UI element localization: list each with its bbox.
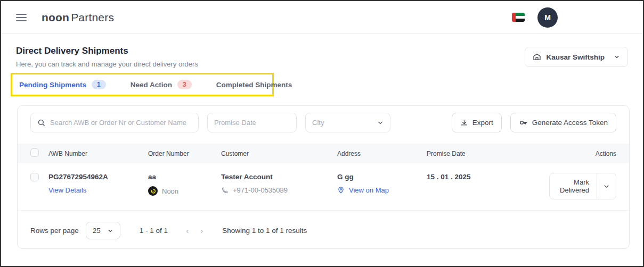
filters-bar: City Export Generate Access Token	[18, 106, 629, 139]
promise-date-value: 15 . 01 . 2025	[426, 173, 548, 181]
chevron-down-icon	[107, 228, 113, 234]
chevron-down-icon	[603, 183, 610, 190]
export-button[interactable]: Export	[452, 113, 502, 132]
mark-delivered-button[interactable]: Mark Delivered	[550, 173, 597, 199]
tab-label: Completed Shipments	[216, 81, 292, 89]
search-box	[30, 113, 199, 132]
results-summary: Showing 1 to 1 of 1 results	[222, 227, 307, 235]
col-address: Address	[336, 150, 426, 157]
export-label: Export	[472, 119, 493, 127]
warehouse-selector[interactable]: Kausar Swiftship	[525, 47, 628, 67]
topbar: noonPartners M	[1, 1, 643, 34]
search-input[interactable]	[50, 119, 192, 127]
rows-per-page-select[interactable]: 25	[86, 222, 120, 239]
order-source: Noon	[162, 187, 178, 195]
customer-phone: +971-00-0535089	[233, 186, 288, 194]
address-text: G gg	[337, 173, 426, 181]
tab-completed-shipments[interactable]: Completed Shipments	[216, 81, 292, 89]
generate-access-token-button[interactable]: Generate Access Token	[510, 113, 616, 132]
city-select[interactable]: City	[305, 113, 390, 132]
brand-noon: noon	[42, 11, 69, 23]
prev-page-button[interactable]: ‹	[186, 226, 189, 235]
promise-date-input[interactable]	[214, 119, 308, 127]
view-on-map-link[interactable]: View on Map	[349, 186, 389, 194]
warehouse-name: Kausar Swiftship	[546, 53, 605, 61]
col-order-number: Order Number	[147, 150, 220, 157]
table-header-row: AWB Number Order Number Customer Address…	[18, 144, 629, 163]
tab-label: Need Action	[131, 81, 172, 89]
awb-number: PG27672954962A	[48, 173, 147, 181]
generate-token-label: Generate Access Token	[532, 119, 608, 127]
tabs-highlight-annotation: Pending Shipments 1 Need Action 3 Comple…	[11, 73, 274, 96]
uae-flag-icon[interactable]	[512, 13, 525, 22]
phone-icon	[221, 187, 229, 194]
page-subtitle: Here, you can track and manage your dire…	[16, 60, 198, 68]
col-customer: Customer	[220, 150, 336, 157]
select-all-checkbox[interactable]	[30, 148, 39, 157]
user-avatar[interactable]: M	[537, 7, 558, 28]
hamburger-menu-icon[interactable]	[16, 14, 27, 21]
search-icon	[37, 119, 45, 127]
mark-delivered-split-button: Mark Delivered	[549, 173, 616, 199]
col-promise-date: Promise Date	[426, 150, 548, 157]
map-pin-icon	[337, 186, 345, 194]
brand-partners: Partners	[71, 11, 114, 23]
tab-label: Pending Shipments	[19, 81, 86, 89]
rows-per-page-label: Rows per page	[30, 227, 79, 235]
customer-name: Tester Account	[221, 173, 336, 181]
row-checkbox[interactable]	[30, 173, 39, 181]
pagination-bar: Rows per page 25 1 - 1 of 1 ‹ › Showing …	[18, 214, 629, 248]
chevron-down-icon	[377, 120, 384, 126]
city-placeholder: City	[312, 119, 324, 127]
noon-logo-icon	[148, 186, 158, 196]
order-number: aa	[148, 173, 220, 181]
page-title: Direct Delivery Shipments	[16, 46, 198, 56]
tab-pending-shipments[interactable]: Pending Shipments 1	[19, 80, 106, 89]
key-icon	[519, 118, 528, 127]
table-row: PG27672954962A View Details aa Noon Test…	[18, 163, 629, 211]
tab-need-action[interactable]: Need Action 3	[131, 80, 192, 89]
brand-logo: noonPartners	[42, 11, 114, 24]
shipments-card: City Export Generate Access Token	[17, 105, 630, 249]
action-dropdown-toggle[interactable]	[597, 173, 616, 199]
col-actions: Actions	[548, 150, 629, 157]
app-window: noonPartners M Direct Delivery Shipments…	[0, 0, 644, 267]
page-range: 1 - 1 of 1	[140, 227, 168, 235]
warehouse-icon	[533, 53, 541, 61]
need-action-count-badge: 3	[177, 80, 192, 89]
col-awb-number: AWB Number	[47, 150, 147, 157]
pending-count-badge: 1	[92, 80, 106, 89]
rows-per-page-value: 25	[93, 227, 101, 235]
next-page-button[interactable]: ›	[200, 226, 203, 235]
chevron-down-icon	[614, 54, 620, 60]
download-icon	[460, 119, 468, 127]
page-header: Direct Delivery Shipments Here, you can …	[1, 34, 643, 68]
promise-date-box	[207, 113, 297, 132]
view-details-link[interactable]: View Details	[48, 186, 86, 194]
